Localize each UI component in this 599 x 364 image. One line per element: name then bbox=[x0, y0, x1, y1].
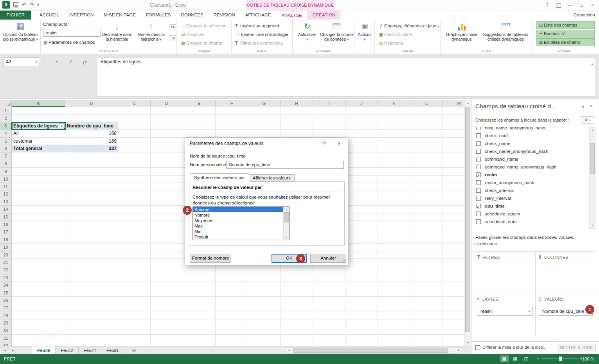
row-header-32[interactable]: 32 bbox=[0, 342, 12, 346]
field-dropdown-icon[interactable]: ▾ bbox=[529, 307, 530, 316]
field-checkbox[interactable] bbox=[476, 212, 481, 216]
scroll-down-icon[interactable]: ▾ bbox=[590, 223, 595, 228]
enter-entry-icon[interactable]: ✓ bbox=[65, 57, 77, 66]
field-item[interactable]: realm_anonymous_hash bbox=[471, 179, 589, 186]
insert-function-icon[interactable]: fx bbox=[79, 57, 91, 66]
field-checkbox[interactable] bbox=[476, 165, 481, 169]
field-checkbox[interactable] bbox=[476, 188, 481, 193]
field-item[interactable]: retry_interval bbox=[471, 194, 589, 202]
column-header-E[interactable]: E bbox=[183, 100, 216, 107]
row-header-9[interactable]: 9 bbox=[0, 168, 12, 175]
column-header-A[interactable]: A bbox=[12, 100, 65, 107]
help-icon[interactable]: ? bbox=[541, 0, 553, 11]
aggregation-option[interactable]: Moyenne bbox=[193, 218, 289, 223]
field-checkbox[interactable] bbox=[476, 149, 481, 154]
cancel-button[interactable]: Annuler bbox=[310, 254, 346, 263]
row-header-8[interactable]: 8 bbox=[0, 160, 12, 168]
row-header-1[interactable]: 1 bbox=[0, 107, 12, 115]
column-header-J[interactable]: J bbox=[345, 100, 378, 107]
zoom-slider-thumb[interactable] bbox=[559, 357, 562, 361]
field-item[interactable]: host_name_anonymous_hash bbox=[471, 127, 589, 132]
row-header-3[interactable]: 3 bbox=[0, 122, 12, 130]
scroll-left-icon[interactable]: ◂ bbox=[286, 348, 292, 353]
field-item[interactable]: scheduled_epoch bbox=[471, 210, 589, 218]
field-item[interactable]: realm bbox=[471, 171, 589, 179]
name-box-dropdown-icon[interactable]: ▾ bbox=[36, 58, 37, 66]
listbox-scrollbar[interactable]: ▴ ▾ bbox=[283, 207, 289, 240]
collapse-formula-bar-icon[interactable]: ▴ bbox=[591, 62, 593, 66]
sheet-tab[interactable]: Feuil2 bbox=[56, 346, 78, 354]
field-checkbox[interactable] bbox=[476, 196, 481, 201]
ribbon-tab[interactable]: CRÉATION bbox=[308, 11, 341, 20]
row-header-10[interactable]: 10 bbox=[0, 176, 12, 183]
vertical-scrollbar[interactable]: ▴ ▾ bbox=[464, 100, 471, 346]
row-header-5[interactable]: 5 bbox=[0, 138, 12, 145]
pane-options-icon[interactable]: ▾ bbox=[582, 104, 584, 109]
column-header-B[interactable]: B bbox=[65, 100, 118, 107]
scroll-up-icon[interactable]: ▴ bbox=[590, 127, 595, 133]
row-header-4[interactable]: 4 bbox=[0, 130, 12, 137]
column-header-I[interactable]: I bbox=[313, 100, 345, 107]
cell-B4[interactable]: 168 bbox=[65, 130, 118, 137]
cell-A5[interactable]: customer bbox=[12, 138, 65, 145]
row-header-30[interactable]: 30 bbox=[0, 327, 12, 335]
ungroup-button[interactable]: ⇄Dissocier bbox=[180, 30, 205, 38]
ribbon-tab[interactable]: INSERTION bbox=[64, 11, 99, 20]
close-icon[interactable]: × bbox=[587, 0, 598, 11]
collapse-field-button[interactable]: −≡ bbox=[169, 35, 176, 41]
column-header-H[interactable]: H bbox=[281, 100, 313, 107]
page-layout-view-icon[interactable]: ▤ bbox=[511, 355, 520, 362]
restore-icon[interactable]: □ bbox=[576, 0, 587, 11]
row-header-23[interactable]: 23 bbox=[0, 274, 12, 282]
zoom-level-label[interactable]: 100 % bbox=[582, 354, 594, 364]
row-header-24[interactable]: 24 bbox=[0, 282, 12, 289]
active-field-input[interactable]: realm bbox=[43, 29, 101, 37]
row-header-22[interactable]: 22 bbox=[0, 266, 12, 274]
row-header-31[interactable]: 31 bbox=[0, 335, 12, 342]
row-header-25[interactable]: 25 bbox=[0, 289, 12, 297]
connexion-label[interactable]: Connexion bbox=[574, 11, 595, 20]
row-header-29[interactable]: 29 bbox=[0, 319, 12, 327]
row-header-19[interactable]: 19 bbox=[0, 244, 12, 251]
column-header-D[interactable]: D bbox=[151, 100, 183, 107]
field-checkbox[interactable] bbox=[476, 204, 481, 208]
tab-show-values-as[interactable]: Afficher les valeurs bbox=[249, 174, 295, 181]
column-header-G[interactable]: G bbox=[248, 100, 281, 107]
custom-name-input[interactable]: Somme de cpu_time bbox=[227, 161, 344, 169]
ribbon-tab[interactable]: ACCUEIL bbox=[34, 11, 64, 20]
column-header-L[interactable]: L bbox=[410, 100, 443, 107]
aggregation-option[interactable]: Somme bbox=[193, 207, 289, 212]
new-sheet-icon[interactable]: ⊕ bbox=[132, 346, 136, 354]
field-checkbox[interactable] bbox=[476, 172, 481, 177]
field-checkbox[interactable] bbox=[476, 157, 481, 161]
cell-A4[interactable]: All bbox=[12, 130, 65, 137]
aggregation-listbox[interactable]: Somme Nombre Moyenne Max Min Produit ▴ bbox=[192, 206, 290, 240]
scroll-down-icon[interactable]: ▾ bbox=[284, 235, 289, 240]
row-header-13[interactable]: 13 bbox=[0, 198, 12, 206]
group-field-button[interactable]: ▦Grouper le champ bbox=[180, 39, 222, 47]
number-format-button[interactable]: Format de nombre bbox=[190, 254, 231, 263]
refresh-button[interactable]: ↻ Actualiser ▾ bbox=[296, 20, 318, 48]
row-header-17[interactable]: 17 bbox=[0, 228, 12, 236]
scroll-up-icon[interactable]: ▴ bbox=[284, 207, 289, 212]
dialog-close-icon[interactable]: × bbox=[330, 138, 348, 149]
formula-input[interactable]: Étiquettes de lignes ▴ bbox=[97, 57, 596, 97]
horizontal-scrollbar-thumb[interactable] bbox=[293, 348, 448, 353]
sheet-tab[interactable]: Feuil6 bbox=[32, 346, 56, 354]
field-item[interactable]: check_uuid bbox=[471, 132, 589, 140]
cell-B5[interactable]: 169 bbox=[65, 138, 118, 145]
cell-B6[interactable]: 337 bbox=[65, 145, 118, 152]
expand-field-button[interactable]: +≡ bbox=[169, 24, 176, 30]
field-list-scrollbar[interactable]: ▴ ▾ bbox=[589, 127, 595, 229]
plus-minus-buttons-toggle[interactable]: ±Boutons +/- bbox=[536, 30, 595, 38]
row-header-27[interactable]: 27 bbox=[0, 304, 12, 312]
aggregation-option[interactable]: Min bbox=[193, 229, 289, 234]
column-header-K[interactable]: K bbox=[378, 100, 410, 107]
ribbon-tab[interactable]: RÉVISION bbox=[209, 11, 240, 20]
field-settings-button[interactable]: ▦Paramètres de champs bbox=[42, 38, 95, 46]
field-checkbox[interactable] bbox=[476, 180, 481, 185]
select-all-button[interactable] bbox=[0, 100, 12, 107]
scroll-right-icon[interactable]: ▸ bbox=[456, 348, 462, 353]
horizontal-scrollbar[interactable]: ◂ ▸ bbox=[286, 347, 462, 353]
minimize-icon[interactable]: — bbox=[564, 0, 576, 11]
